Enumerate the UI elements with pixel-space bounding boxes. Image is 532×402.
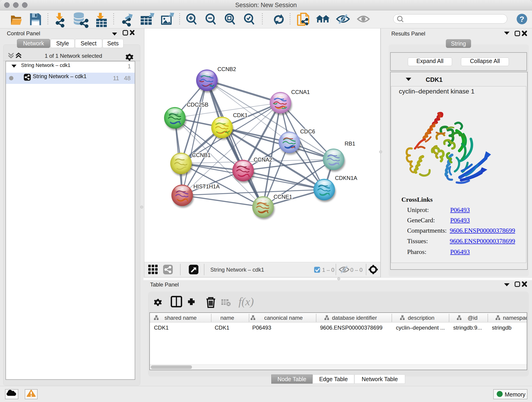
svg-text:canonical name: canonical name	[264, 315, 303, 321]
svg-text:CDC6: CDC6	[300, 128, 315, 134]
svg-text:CDK1: CDK1	[233, 112, 248, 118]
svg-text:database identifier: database identifier	[332, 315, 377, 321]
svg-text:CCNA1: CCNA1	[291, 89, 310, 95]
svg-text:name: name	[220, 315, 234, 321]
svg-text:namespac: namespac	[503, 315, 527, 321]
svg-text:shared name: shared name	[165, 315, 196, 321]
svg-text:CCNE1: CCNE1	[273, 194, 292, 200]
svg-text:CDKN1A: CDKN1A	[335, 175, 357, 181]
svg-text:RB1: RB1	[345, 140, 355, 147]
svg-text:CCNA2: CCNA2	[254, 157, 272, 163]
svg-text:CDC25B: CDC25B	[187, 102, 209, 108]
svg-text:description: description	[408, 315, 434, 321]
svg-text:?: ?	[520, 15, 525, 23]
svg-text:@id: @id	[468, 315, 477, 321]
svg-text:HIST1H1A: HIST1H1A	[193, 183, 220, 190]
svg-text:CCNB1: CCNB1	[192, 152, 210, 158]
svg-text:f(x): f(x)	[239, 295, 254, 308]
svg-text:CCNB2: CCNB2	[217, 66, 236, 72]
